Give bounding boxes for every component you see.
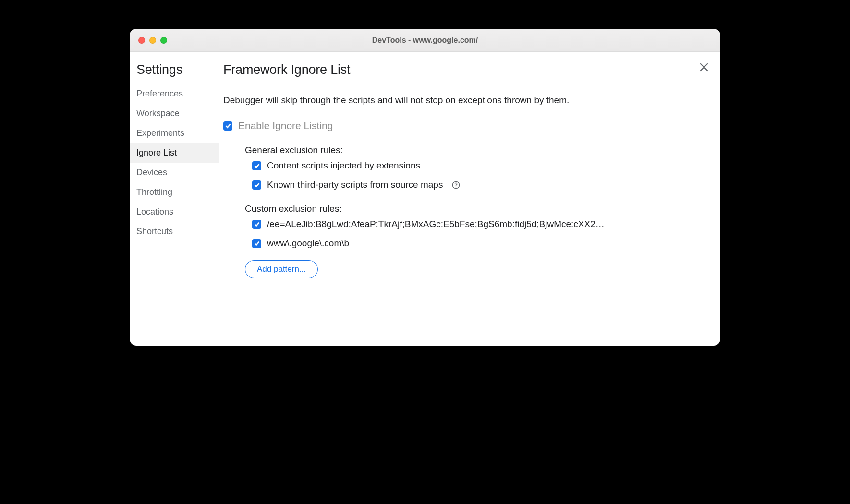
sidebar-item-preferences[interactable]: Preferences (130, 84, 219, 104)
sidebar-item-label: Shortcuts (136, 227, 173, 236)
content-scripts-checkbox[interactable] (252, 161, 261, 170)
sidebar-item-label: Throttling (136, 187, 172, 197)
window-controls (130, 37, 167, 44)
devtools-window: DevTools - www.google.com/ Settings Pref… (130, 29, 720, 346)
page-description: Debugger will skip through the scripts a… (223, 95, 707, 106)
custom-rules-heading: Custom exclusion rules: (245, 204, 707, 214)
sidebar-item-experiments[interactable]: Experiments (130, 123, 219, 143)
sidebar-item-devices[interactable]: Devices (130, 163, 219, 182)
svg-point-1 (456, 186, 457, 187)
enable-ignore-listing-option: Enable Ignore Listing (223, 120, 707, 132)
sidebar-item-throttling[interactable]: Throttling (130, 182, 219, 202)
general-rule-content-scripts: Content scripts injected by extensions (252, 160, 707, 171)
window-title: DevTools - www.google.com/ (130, 36, 720, 45)
sidebar-item-ignore-list[interactable]: Ignore List (130, 143, 219, 163)
custom-rule-1: www\.google\.com\b (252, 238, 707, 249)
general-rule-third-party: Known third-party scripts from source ma… (252, 180, 707, 190)
sidebar-item-label: Workspace (136, 108, 180, 118)
custom-rule-1-label: www\.google\.com\b (267, 238, 349, 249)
content-area: Settings Preferences Workspace Experimen… (130, 52, 720, 346)
sidebar-item-label: Preferences (136, 89, 183, 98)
sidebar-item-label: Experiments (136, 128, 184, 138)
custom-rule-1-checkbox[interactable] (252, 239, 261, 248)
close-icon[interactable] (698, 61, 710, 73)
settings-sidebar: Settings Preferences Workspace Experimen… (130, 52, 219, 346)
help-icon[interactable] (451, 180, 461, 190)
content-scripts-label: Content scripts injected by extensions (267, 160, 420, 171)
sidebar-item-shortcuts[interactable]: Shortcuts (130, 222, 219, 241)
add-pattern-button[interactable]: Add pattern... (245, 260, 318, 278)
sidebar-title: Settings (130, 62, 219, 84)
sidebar-item-label: Ignore List (136, 148, 177, 157)
third-party-checkbox[interactable] (252, 180, 261, 190)
window-zoom-button[interactable] (160, 37, 167, 44)
page-title: Framework Ignore List (223, 62, 707, 84)
custom-rule-0: /ee=ALeJib:B8gLwd;AfeaP:TkrAjf;BMxAGc:E5… (252, 219, 707, 229)
window-close-button[interactable] (138, 37, 145, 44)
sidebar-item-locations[interactable]: Locations (130, 202, 219, 222)
window-titlebar: DevTools - www.google.com/ (130, 29, 720, 52)
window-minimize-button[interactable] (149, 37, 156, 44)
custom-rule-0-checkbox[interactable] (252, 220, 261, 229)
settings-main: Framework Ignore List Debugger will skip… (219, 52, 720, 346)
sidebar-item-label: Devices (136, 168, 167, 177)
custom-rule-0-label: /ee=ALeJib:B8gLwd;AfeaP:TkrAjf;BMxAGc:E5… (267, 219, 605, 229)
general-rules-heading: General exclusion rules: (245, 145, 707, 156)
enable-ignore-listing-checkbox[interactable] (223, 121, 232, 131)
third-party-label: Known third-party scripts from source ma… (267, 180, 443, 190)
enable-ignore-listing-label: Enable Ignore Listing (238, 120, 333, 132)
sidebar-item-workspace[interactable]: Workspace (130, 104, 219, 123)
sidebar-item-label: Locations (136, 207, 173, 216)
